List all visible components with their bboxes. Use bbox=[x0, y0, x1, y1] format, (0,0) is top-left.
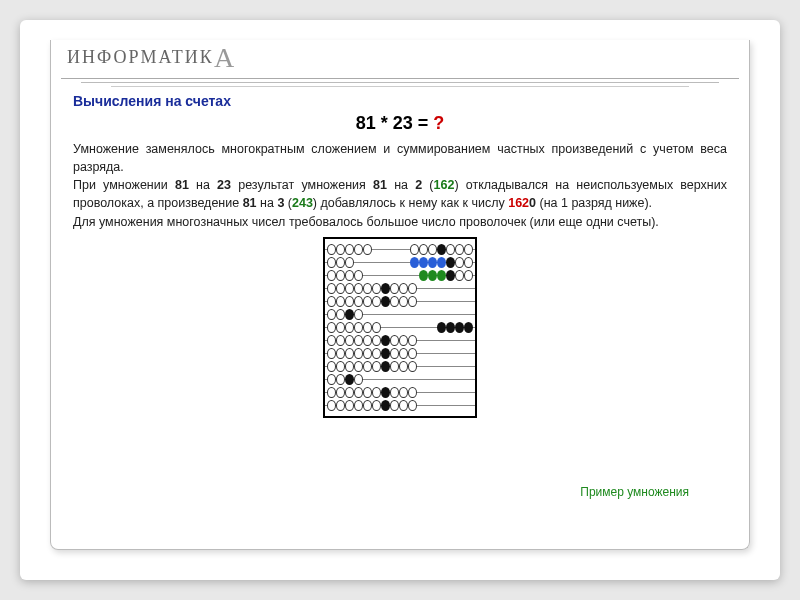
abacus-wire bbox=[325, 360, 475, 373]
abacus-container bbox=[73, 237, 727, 418]
logo: ИНФОРМАТИКА bbox=[51, 40, 749, 68]
bead bbox=[327, 374, 336, 385]
bead bbox=[390, 400, 399, 411]
abacus-wire bbox=[325, 373, 475, 386]
divider bbox=[111, 86, 689, 87]
bead bbox=[336, 348, 345, 359]
bead bbox=[372, 296, 381, 307]
bead bbox=[419, 257, 428, 268]
bead bbox=[354, 335, 363, 346]
abacus-wire bbox=[325, 399, 475, 412]
bead bbox=[428, 244, 437, 255]
bead bbox=[372, 322, 381, 333]
divider bbox=[81, 82, 719, 83]
bead bbox=[363, 244, 372, 255]
bead bbox=[455, 322, 464, 333]
bead bbox=[336, 309, 345, 320]
bead bbox=[408, 283, 417, 294]
bead bbox=[437, 244, 446, 255]
equation-rhs: ? bbox=[433, 113, 444, 133]
bead bbox=[336, 257, 345, 268]
bead bbox=[381, 361, 390, 372]
bead bbox=[437, 322, 446, 333]
bead bbox=[410, 257, 419, 268]
bead bbox=[336, 322, 345, 333]
bead bbox=[399, 348, 408, 359]
bead bbox=[363, 400, 372, 411]
bead bbox=[345, 296, 354, 307]
equation: 81 * 23 = ? bbox=[73, 113, 727, 134]
bead bbox=[345, 374, 354, 385]
bead bbox=[354, 348, 363, 359]
abacus-wire bbox=[325, 282, 475, 295]
bead bbox=[336, 335, 345, 346]
bead bbox=[381, 335, 390, 346]
bead bbox=[390, 348, 399, 359]
caption: Пример умножения bbox=[580, 485, 689, 499]
bead bbox=[336, 296, 345, 307]
bead bbox=[390, 283, 399, 294]
bead bbox=[345, 348, 354, 359]
bead bbox=[336, 270, 345, 281]
bead bbox=[354, 283, 363, 294]
bead bbox=[399, 400, 408, 411]
bead bbox=[399, 283, 408, 294]
bead bbox=[372, 361, 381, 372]
bead bbox=[455, 244, 464, 255]
bead bbox=[354, 296, 363, 307]
bead bbox=[336, 374, 345, 385]
para-1: Умножение заменялось многократным сложен… bbox=[73, 142, 727, 174]
bead bbox=[408, 387, 417, 398]
bead bbox=[336, 283, 345, 294]
bead bbox=[354, 322, 363, 333]
bead bbox=[437, 257, 446, 268]
bead bbox=[372, 283, 381, 294]
bead bbox=[399, 361, 408, 372]
bead bbox=[390, 387, 399, 398]
bead bbox=[446, 322, 455, 333]
bead bbox=[327, 309, 336, 320]
bead bbox=[437, 270, 446, 281]
content-area: Вычисления на счетах 81 * 23 = ? Умножен… bbox=[51, 93, 749, 418]
bead bbox=[327, 400, 336, 411]
bead bbox=[327, 322, 336, 333]
bead bbox=[372, 335, 381, 346]
bead bbox=[372, 400, 381, 411]
bead bbox=[399, 335, 408, 346]
bead bbox=[446, 244, 455, 255]
bead bbox=[327, 348, 336, 359]
bead bbox=[464, 270, 473, 281]
bead bbox=[399, 387, 408, 398]
bead bbox=[372, 348, 381, 359]
bead bbox=[345, 400, 354, 411]
bead bbox=[327, 270, 336, 281]
bead bbox=[363, 361, 372, 372]
bead bbox=[419, 244, 428, 255]
bead bbox=[354, 374, 363, 385]
bead bbox=[345, 387, 354, 398]
bead bbox=[327, 257, 336, 268]
abacus-wire bbox=[325, 386, 475, 399]
bead bbox=[336, 244, 345, 255]
bead bbox=[410, 244, 419, 255]
bead bbox=[354, 244, 363, 255]
bead bbox=[381, 296, 390, 307]
bead bbox=[381, 387, 390, 398]
bead bbox=[336, 387, 345, 398]
bead bbox=[390, 335, 399, 346]
bead bbox=[327, 244, 336, 255]
section-title: Вычисления на счетах bbox=[73, 93, 727, 109]
para-3: Для умножения многозначных чисел требова… bbox=[73, 215, 659, 229]
bead bbox=[327, 361, 336, 372]
bead bbox=[408, 348, 417, 359]
bead bbox=[464, 322, 473, 333]
bead bbox=[345, 322, 354, 333]
bead bbox=[354, 309, 363, 320]
bead bbox=[446, 257, 455, 268]
bead bbox=[381, 283, 390, 294]
bead bbox=[399, 296, 408, 307]
abacus bbox=[323, 237, 477, 418]
bead bbox=[390, 296, 399, 307]
equation-lhs: 81 * 23 = bbox=[356, 113, 429, 133]
bead bbox=[428, 257, 437, 268]
